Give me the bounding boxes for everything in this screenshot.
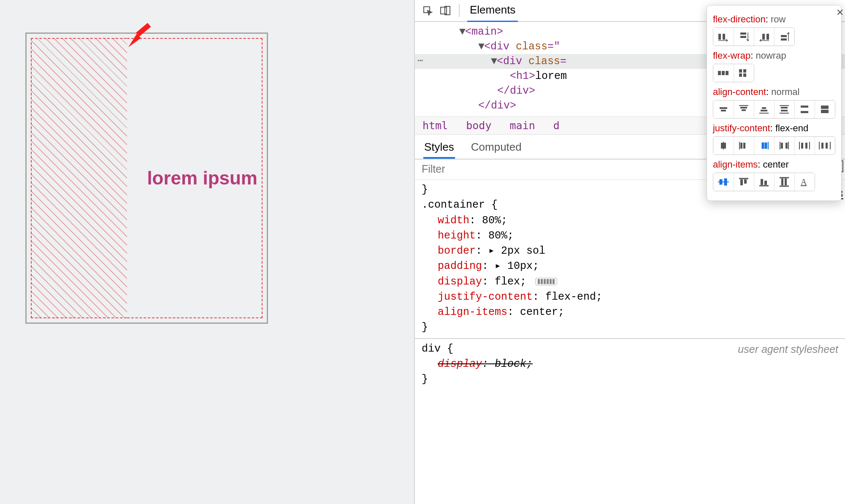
svg-rect-13 xyxy=(718,71,721,75)
svg-rect-30 xyxy=(781,110,788,111)
align-items-baseline[interactable]: A xyxy=(794,173,815,191)
tab-styles[interactable]: Styles xyxy=(423,137,455,159)
svg-rect-12 xyxy=(781,38,787,41)
svg-rect-29 xyxy=(781,107,788,108)
svg-rect-10 xyxy=(766,34,769,40)
toolbar-separator xyxy=(459,4,460,17)
svg-rect-33 xyxy=(801,111,808,113)
tab-elements[interactable]: Elements xyxy=(467,0,518,22)
justify-content-space-around[interactable] xyxy=(794,137,815,154)
svg-rect-15 xyxy=(726,71,729,75)
justify-content-center[interactable] xyxy=(713,137,734,154)
justify-content-options xyxy=(713,136,835,155)
preview-heading: lorem ipsum xyxy=(147,168,257,189)
svg-rect-11 xyxy=(781,35,787,37)
svg-rect-19 xyxy=(743,73,746,77)
svg-rect-21 xyxy=(721,110,726,111)
svg-rect-43 xyxy=(765,143,767,149)
svg-rect-38 xyxy=(724,143,726,149)
svg-rect-47 xyxy=(785,143,788,149)
svg-rect-35 xyxy=(821,110,829,113)
overridden-declaration: display: block; xyxy=(422,357,838,372)
svg-rect-50 xyxy=(801,143,803,149)
svg-rect-63 xyxy=(761,179,763,185)
flex-direction-column[interactable] xyxy=(734,28,754,46)
align-items-center[interactable] xyxy=(713,173,734,191)
svg-rect-40 xyxy=(740,143,742,149)
svg-rect-59 xyxy=(724,179,727,185)
flex-wrap-wrap[interactable] xyxy=(734,64,754,82)
devtools-panel: Elements ▼<main> ▼<div class=" ▼<div cla… xyxy=(414,0,845,504)
page-preview: lorem ipsum xyxy=(0,0,414,504)
svg-rect-64 xyxy=(764,181,767,185)
justify-content-flex-end[interactable] xyxy=(754,137,774,154)
svg-rect-6 xyxy=(723,34,725,40)
svg-rect-1 xyxy=(136,23,151,36)
align-items-flex-end[interactable] xyxy=(754,173,774,191)
svg-rect-36 xyxy=(721,143,723,149)
svg-rect-55 xyxy=(826,143,828,149)
flex-direction-row-reverse[interactable] xyxy=(754,28,774,46)
flex-direction-row[interactable] xyxy=(713,28,734,46)
svg-rect-51 xyxy=(805,143,807,149)
align-content-space-around[interactable] xyxy=(774,100,794,118)
flex-direction-column-reverse[interactable] xyxy=(774,28,794,46)
container-preview: lorem ipsum xyxy=(25,33,268,324)
justify-content-space-between[interactable] xyxy=(774,137,794,154)
svg-rect-67 xyxy=(781,179,783,185)
flex-wrap-nowrap[interactable] xyxy=(713,64,734,82)
svg-rect-41 xyxy=(743,143,745,149)
justify-content-space-evenly[interactable] xyxy=(815,137,835,154)
device-toggle-icon[interactable] xyxy=(439,5,451,16)
align-content-flex-end[interactable] xyxy=(754,100,774,118)
css-rules[interactable]: } .container { width: 80%; height: 80%; … xyxy=(415,180,845,391)
svg-rect-25 xyxy=(762,107,766,109)
svg-rect-3 xyxy=(441,7,447,14)
align-content-flex-start[interactable] xyxy=(734,100,754,118)
flex-wrap-options xyxy=(713,64,754,82)
svg-rect-68 xyxy=(785,179,787,185)
svg-text:A: A xyxy=(801,177,807,187)
svg-rect-58 xyxy=(720,179,722,184)
align-content-stretch[interactable] xyxy=(815,100,835,118)
svg-rect-42 xyxy=(762,143,764,149)
svg-rect-20 xyxy=(720,107,727,109)
svg-rect-26 xyxy=(761,110,767,111)
align-items-options: A xyxy=(713,173,815,191)
svg-rect-18 xyxy=(739,73,742,77)
svg-rect-23 xyxy=(740,107,747,108)
svg-rect-24 xyxy=(742,109,746,111)
svg-rect-61 xyxy=(740,179,743,185)
inspect-icon[interactable] xyxy=(422,5,433,16)
flex-direction-options xyxy=(713,27,795,46)
align-items-stretch[interactable] xyxy=(774,173,794,191)
open-flex-editor-badge[interactable] xyxy=(535,278,557,285)
svg-rect-34 xyxy=(821,106,829,109)
tab-computed[interactable]: Computed xyxy=(470,137,523,159)
align-content-space-between[interactable] xyxy=(794,100,815,118)
svg-rect-54 xyxy=(821,143,823,149)
svg-rect-14 xyxy=(722,71,725,75)
svg-rect-5 xyxy=(718,34,721,40)
svg-rect-32 xyxy=(801,106,808,108)
popover-close-icon[interactable]: ✕ xyxy=(836,7,844,18)
align-content-center[interactable] xyxy=(713,100,734,118)
flexbox-editor-popover: ✕ flex-direction: row flex-wrap xyxy=(707,5,842,201)
svg-rect-46 xyxy=(781,143,783,149)
svg-rect-17 xyxy=(743,69,746,73)
align-items-flex-start[interactable] xyxy=(734,173,754,191)
svg-rect-62 xyxy=(744,179,747,184)
svg-rect-8 xyxy=(740,36,746,38)
svg-rect-16 xyxy=(739,69,742,73)
align-content-options xyxy=(713,100,835,119)
svg-rect-9 xyxy=(762,34,765,40)
arrow-annotation-freespace xyxy=(125,23,154,52)
justify-content-flex-start[interactable] xyxy=(734,137,754,154)
svg-rect-7 xyxy=(740,33,746,35)
